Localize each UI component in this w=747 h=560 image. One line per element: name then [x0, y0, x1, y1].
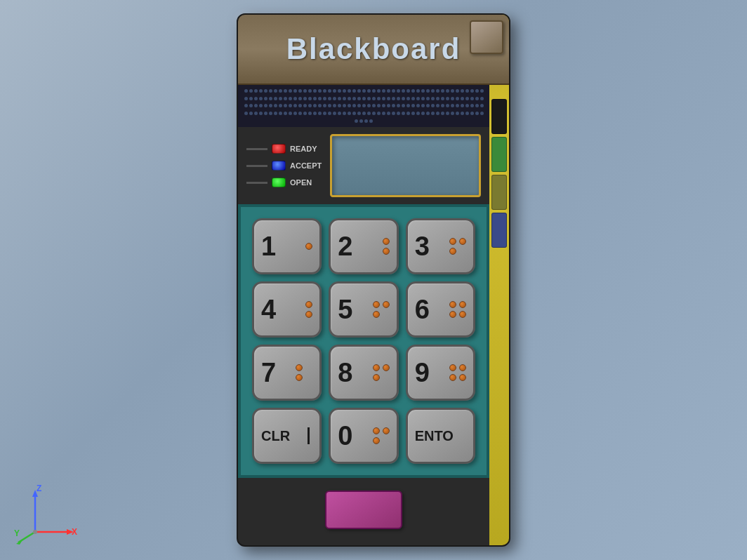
lcd-display	[330, 134, 481, 197]
label-ready: READY	[290, 145, 317, 153]
z-axis-label: Z	[37, 484, 41, 493]
key-0[interactable]: 0	[329, 408, 398, 464]
key-7-label: 7	[261, 359, 276, 386]
top-panel: Blackboard	[238, 15, 509, 85]
status-lights: READY ACCEPT OPEN	[246, 144, 322, 187]
key-2-label: 2	[338, 233, 352, 260]
key-1[interactable]: 1	[252, 218, 322, 274]
key-clr-cursor	[308, 427, 310, 444]
side-button-olive[interactable]	[491, 175, 507, 210]
key-5[interactable]: 5	[329, 281, 398, 338]
side-button-green[interactable]	[491, 137, 507, 172]
indicator-line-ready	[246, 148, 267, 150]
key-8[interactable]: 8	[329, 345, 398, 401]
key-9-label: 9	[415, 359, 430, 386]
key-6-label: 6	[415, 296, 430, 323]
key-9-braille	[449, 364, 466, 381]
key-clr-label: CLR	[261, 429, 290, 443]
led-accept	[272, 161, 286, 171]
device-title: Blackboard	[286, 32, 461, 66]
bottom-panel	[238, 478, 489, 541]
side-button-dark[interactable]	[491, 99, 507, 134]
key-3-label: 3	[415, 233, 430, 260]
key-3[interactable]: 3	[406, 218, 475, 274]
led-open	[272, 178, 286, 187]
keypad-grid: 1 2 3	[252, 218, 475, 464]
key-5-braille	[373, 301, 390, 318]
label-accept: ACCEPT	[290, 161, 322, 170]
dot-grid	[238, 85, 489, 127]
key-1-label: 1	[261, 233, 276, 260]
corner-button[interactable]	[470, 20, 503, 54]
coordinate-axes: Z X Y	[14, 483, 77, 546]
key-8-braille	[373, 364, 390, 381]
keypad-area: 1 2 3	[238, 204, 489, 478]
key-8-label: 8	[338, 359, 352, 386]
key-6-braille	[449, 301, 466, 318]
led-ready	[272, 144, 286, 154]
device-body: Blackboard READY ACCEPT OPEN	[237, 13, 510, 547]
key-7-braille	[296, 364, 312, 381]
bottom-button[interactable]	[325, 491, 402, 529]
key-0-braille	[373, 427, 390, 444]
status-display-row: READY ACCEPT OPEN	[238, 127, 489, 204]
status-open: OPEN	[246, 178, 322, 187]
svg-point-6	[33, 530, 37, 534]
key-2[interactable]: 2	[329, 218, 398, 274]
key-9[interactable]: 9	[406, 345, 475, 401]
status-accept: ACCEPT	[246, 161, 322, 171]
yellow-strip	[489, 15, 509, 545]
y-axis-label: Y	[14, 528, 20, 538]
key-5-label: 5	[338, 296, 352, 323]
key-enter-label: ENTO	[415, 429, 454, 443]
key-3-braille	[449, 238, 466, 255]
key-2-braille	[383, 238, 390, 255]
key-enter[interactable]: ENTO	[406, 408, 475, 464]
key-4-braille	[305, 301, 312, 318]
key-4[interactable]: 4	[252, 281, 322, 338]
key-0-label: 0	[338, 422, 352, 449]
svg-marker-5	[16, 539, 23, 545]
key-clr[interactable]: CLR	[252, 408, 322, 464]
indicator-line-open	[246, 182, 267, 184]
x-axis-label: X	[72, 527, 77, 537]
key-4-label: 4	[261, 296, 276, 323]
status-ready: READY	[246, 144, 322, 154]
label-open: OPEN	[290, 178, 312, 187]
side-button-blue[interactable]	[491, 213, 507, 248]
key-7[interactable]: 7	[252, 345, 322, 401]
key-6[interactable]: 6	[406, 281, 475, 338]
indicator-line-accept	[246, 165, 267, 167]
key-1-braille	[305, 243, 312, 250]
